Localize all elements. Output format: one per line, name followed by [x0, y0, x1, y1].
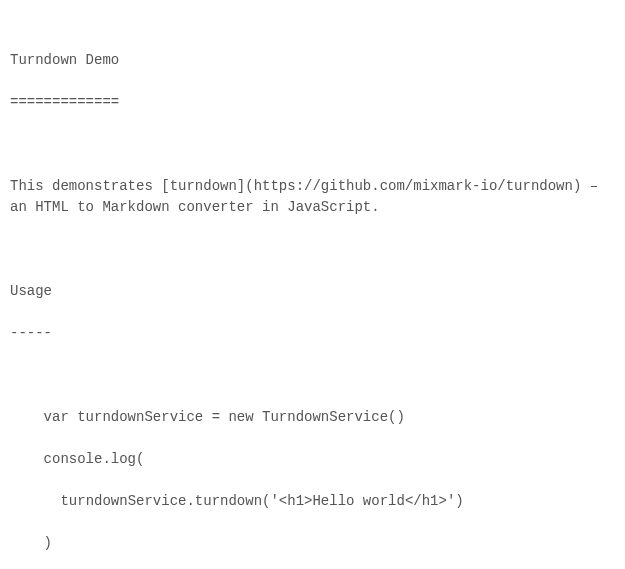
code-line-1: var turndownService = new TurndownServic…: [10, 407, 615, 428]
code-line-4: ): [10, 533, 615, 554]
usage-underline: -----: [10, 323, 615, 344]
intro-text: This demonstrates [turndown](https://git…: [10, 176, 615, 218]
code-line-3: turndownService.turndown('<h1>Hello worl…: [10, 491, 615, 512]
blank: [10, 365, 615, 386]
title-underline: =============: [10, 92, 615, 113]
blank: [10, 134, 615, 155]
usage-heading: Usage: [10, 281, 615, 302]
code-line-2: console.log(: [10, 449, 615, 470]
blank: [10, 239, 615, 260]
title: Turndown Demo: [10, 50, 615, 71]
